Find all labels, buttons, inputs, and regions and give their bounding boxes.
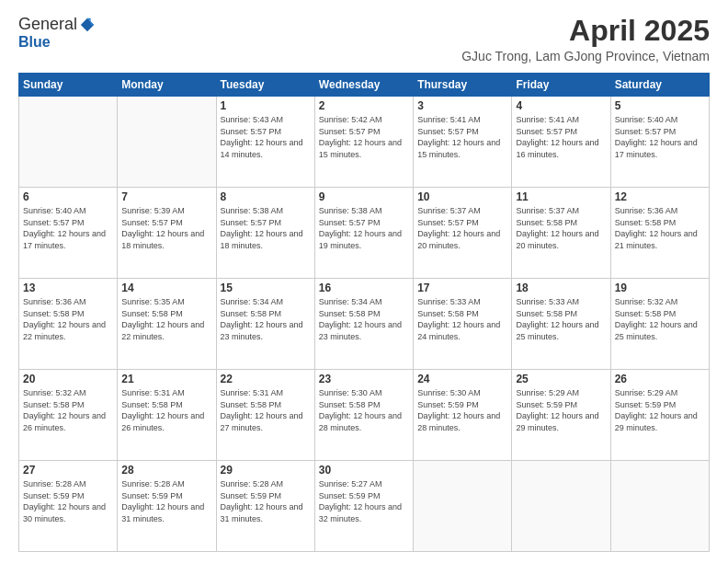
calendar-cell: 21Sunrise: 5:31 AMSunset: 5:58 PMDayligh… [118, 370, 216, 461]
header: General Blue April 2025 GJuc Trong, Lam … [18, 15, 710, 63]
calendar-cell: 3Sunrise: 5:41 AMSunset: 5:57 PMDaylight… [414, 97, 512, 188]
calendar-cell: 8Sunrise: 5:38 AMSunset: 5:57 PMDaylight… [216, 188, 314, 279]
calendar-cell: 26Sunrise: 5:29 AMSunset: 5:59 PMDayligh… [610, 370, 709, 461]
day-info: Sunrise: 5:43 AMSunset: 5:57 PMDaylight:… [221, 114, 311, 160]
page: General Blue April 2025 GJuc Trong, Lam … [0, 0, 728, 563]
day-info: Sunrise: 5:36 AMSunset: 5:58 PMDaylight:… [23, 296, 113, 342]
day-number: 10 [417, 190, 507, 203]
day-info: Sunrise: 5:28 AMSunset: 5:59 PMDaylight:… [221, 478, 311, 524]
calendar-cell: 18Sunrise: 5:33 AMSunset: 5:58 PMDayligh… [512, 279, 610, 370]
calendar-cell: 2Sunrise: 5:42 AMSunset: 5:57 PMDaylight… [314, 97, 413, 188]
day-number: 4 [516, 99, 606, 112]
calendar-cell: 7Sunrise: 5:39 AMSunset: 5:57 PMDaylight… [118, 188, 216, 279]
logo-blue-text: Blue [18, 34, 51, 51]
day-info: Sunrise: 5:42 AMSunset: 5:57 PMDaylight:… [319, 114, 409, 160]
month-title: April 2025 [461, 15, 710, 47]
day-info: Sunrise: 5:38 AMSunset: 5:57 PMDaylight:… [221, 205, 311, 251]
calendar-cell: 19Sunrise: 5:32 AMSunset: 5:58 PMDayligh… [610, 279, 709, 370]
calendar-cell [414, 461, 512, 552]
day-info: Sunrise: 5:40 AMSunset: 5:57 PMDaylight:… [615, 114, 705, 160]
day-number: 11 [516, 190, 606, 203]
title-block: April 2025 GJuc Trong, Lam GJong Provinc… [461, 15, 710, 63]
day-info: Sunrise: 5:36 AMSunset: 5:58 PMDaylight:… [615, 205, 705, 251]
day-info: Sunrise: 5:34 AMSunset: 5:58 PMDaylight:… [319, 296, 409, 342]
day-number: 3 [417, 99, 507, 112]
location-title: GJuc Trong, Lam GJong Province, Vietnam [461, 49, 710, 63]
calendar-header-wednesday: Wednesday [314, 74, 413, 97]
day-number: 2 [319, 99, 409, 112]
calendar-cell: 23Sunrise: 5:30 AMSunset: 5:58 PMDayligh… [314, 370, 413, 461]
day-info: Sunrise: 5:29 AMSunset: 5:59 PMDaylight:… [615, 387, 705, 433]
day-info: Sunrise: 5:37 AMSunset: 5:57 PMDaylight:… [417, 205, 507, 251]
calendar-header-saturday: Saturday [610, 74, 709, 97]
day-number: 5 [615, 99, 705, 112]
calendar-cell: 17Sunrise: 5:33 AMSunset: 5:58 PMDayligh… [414, 279, 512, 370]
calendar-cell: 25Sunrise: 5:29 AMSunset: 5:59 PMDayligh… [512, 370, 610, 461]
day-info: Sunrise: 5:32 AMSunset: 5:58 PMDaylight:… [23, 387, 113, 433]
day-number: 16 [319, 282, 409, 294]
day-number: 13 [23, 282, 113, 294]
calendar-header-monday: Monday [118, 74, 216, 97]
day-info: Sunrise: 5:32 AMSunset: 5:58 PMDaylight:… [615, 296, 705, 342]
day-info: Sunrise: 5:28 AMSunset: 5:59 PMDaylight:… [23, 478, 113, 524]
calendar-table: SundayMondayTuesdayWednesdayThursdayFrid… [18, 73, 710, 552]
day-number: 28 [121, 464, 211, 477]
day-info: Sunrise: 5:38 AMSunset: 5:57 PMDaylight:… [319, 205, 409, 251]
logo: General Blue [18, 15, 96, 51]
day-number: 20 [23, 373, 113, 385]
calendar-header-tuesday: Tuesday [216, 74, 314, 97]
logo-general: General [18, 15, 77, 34]
calendar-cell [610, 461, 709, 552]
day-info: Sunrise: 5:37 AMSunset: 5:58 PMDaylight:… [516, 205, 606, 251]
calendar-cell: 5Sunrise: 5:40 AMSunset: 5:57 PMDaylight… [610, 97, 709, 188]
day-number: 12 [615, 190, 705, 203]
day-number: 27 [23, 464, 113, 477]
calendar-cell: 30Sunrise: 5:27 AMSunset: 5:59 PMDayligh… [314, 461, 413, 552]
day-number: 17 [417, 282, 507, 294]
day-info: Sunrise: 5:28 AMSunset: 5:59 PMDaylight:… [121, 478, 211, 524]
day-number: 25 [516, 373, 606, 385]
day-info: Sunrise: 5:30 AMSunset: 5:58 PMDaylight:… [319, 387, 409, 433]
day-number: 18 [516, 282, 606, 294]
day-number: 8 [221, 190, 311, 203]
day-info: Sunrise: 5:41 AMSunset: 5:57 PMDaylight:… [516, 114, 606, 160]
calendar-header-friday: Friday [512, 74, 610, 97]
calendar-cell: 1Sunrise: 5:43 AMSunset: 5:57 PMDaylight… [216, 97, 314, 188]
calendar-header-row: SundayMondayTuesdayWednesdayThursdayFrid… [19, 74, 710, 97]
day-number: 1 [221, 99, 311, 112]
day-info: Sunrise: 5:39 AMSunset: 5:57 PMDaylight:… [121, 205, 211, 251]
calendar-cell [19, 97, 118, 188]
week-row-4: 27Sunrise: 5:28 AMSunset: 5:59 PMDayligh… [19, 461, 710, 552]
calendar-cell: 22Sunrise: 5:31 AMSunset: 5:58 PMDayligh… [216, 370, 314, 461]
calendar-cell: 20Sunrise: 5:32 AMSunset: 5:58 PMDayligh… [19, 370, 118, 461]
calendar-header-sunday: Sunday [19, 74, 118, 97]
calendar-cell: 15Sunrise: 5:34 AMSunset: 5:58 PMDayligh… [216, 279, 314, 370]
calendar-cell: 10Sunrise: 5:37 AMSunset: 5:57 PMDayligh… [414, 188, 512, 279]
day-number: 24 [417, 373, 507, 385]
day-number: 6 [23, 190, 113, 203]
calendar-cell: 16Sunrise: 5:34 AMSunset: 5:58 PMDayligh… [314, 279, 413, 370]
calendar-cell: 4Sunrise: 5:41 AMSunset: 5:57 PMDaylight… [512, 97, 610, 188]
day-number: 21 [121, 373, 211, 385]
calendar-cell: 24Sunrise: 5:30 AMSunset: 5:59 PMDayligh… [414, 370, 512, 461]
calendar-cell: 12Sunrise: 5:36 AMSunset: 5:58 PMDayligh… [610, 188, 709, 279]
day-info: Sunrise: 5:33 AMSunset: 5:58 PMDaylight:… [417, 296, 507, 342]
day-info: Sunrise: 5:29 AMSunset: 5:59 PMDaylight:… [516, 387, 606, 433]
day-number: 15 [221, 282, 311, 294]
day-number: 14 [121, 282, 211, 294]
calendar-cell: 27Sunrise: 5:28 AMSunset: 5:59 PMDayligh… [19, 461, 118, 552]
logo-icon [79, 17, 96, 33]
day-number: 22 [221, 373, 311, 385]
calendar-cell: 14Sunrise: 5:35 AMSunset: 5:58 PMDayligh… [118, 279, 216, 370]
day-number: 19 [615, 282, 705, 294]
calendar-cell: 13Sunrise: 5:36 AMSunset: 5:58 PMDayligh… [19, 279, 118, 370]
day-info: Sunrise: 5:41 AMSunset: 5:57 PMDaylight:… [417, 114, 507, 160]
calendar-cell: 28Sunrise: 5:28 AMSunset: 5:59 PMDayligh… [118, 461, 216, 552]
day-number: 23 [319, 373, 409, 385]
day-number: 7 [121, 190, 211, 203]
day-info: Sunrise: 5:34 AMSunset: 5:58 PMDaylight:… [221, 296, 311, 342]
day-info: Sunrise: 5:33 AMSunset: 5:58 PMDaylight:… [516, 296, 606, 342]
day-number: 9 [319, 190, 409, 203]
day-info: Sunrise: 5:27 AMSunset: 5:59 PMDaylight:… [319, 478, 409, 524]
calendar-cell: 6Sunrise: 5:40 AMSunset: 5:57 PMDaylight… [19, 188, 118, 279]
